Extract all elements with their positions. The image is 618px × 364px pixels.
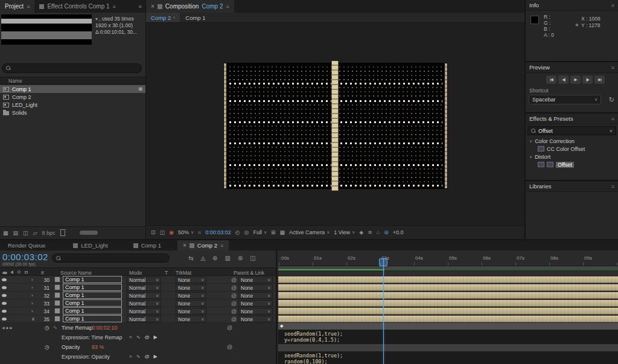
parent-pickwhip-icon[interactable]: @: [231, 316, 237, 322]
snapshot-icon[interactable]: ◴: [235, 229, 240, 235]
reset-icon[interactable]: ↻: [609, 96, 614, 104]
column-source-name[interactable]: Source Name: [60, 270, 92, 276]
current-timecode[interactable]: 0:00:03:02: [2, 252, 48, 262]
project-item[interactable]: Comp 2: [0, 93, 145, 101]
layer-parent-dropdown[interactable]: None∨: [238, 276, 273, 283]
bit-depth-label[interactable]: 8 bpc: [42, 230, 55, 236]
exposure-value[interactable]: +0.0: [393, 229, 404, 235]
transparency-grid-icon[interactable]: ▩: [280, 229, 285, 235]
zoom-dropdown[interactable]: 50%∨: [178, 229, 194, 235]
timeline-layer-row[interactable]: › 30 Comp 1 Normal∨ None∨ @ None∨: [0, 276, 276, 284]
layer-visibility-eye-icon[interactable]: [2, 310, 7, 313]
time-ruler[interactable]: :00s01s02s03s04s05s06s07s08s09s10s: [278, 251, 618, 266]
expression-enable-icon[interactable]: =: [129, 354, 132, 359]
pixel-aspect-icon[interactable]: ◈: [359, 229, 363, 235]
tab-led-light[interactable]: LED_Light: [68, 240, 113, 251]
tab-project[interactable]: Project ≡: [0, 0, 34, 13]
libraries-panel-header[interactable]: Libraries ≡: [526, 181, 618, 192]
expression-opacity-row[interactable]: Expression: Opacity = ∿ @ ▶: [0, 352, 276, 362]
layer-mode-dropdown[interactable]: Normal∨: [127, 276, 161, 283]
parent-pickwhip-icon[interactable]: @: [231, 293, 237, 299]
layer-source-name[interactable]: Comp 1: [63, 299, 122, 307]
panel-menu-icon[interactable]: ≡: [611, 116, 614, 122]
project-item[interactable]: LED_Light: [0, 101, 145, 109]
layer-source-name[interactable]: Comp 1: [63, 292, 122, 299]
opacity-property-row[interactable]: ◷ Opacity 83 % @: [0, 342, 276, 352]
layer-visibility-eye-icon[interactable]: [2, 286, 7, 289]
column-mode[interactable]: Mode: [129, 270, 142, 276]
layer-mode-dropdown[interactable]: Normal∨: [127, 300, 161, 307]
effects-panel-header[interactable]: Effects & Presets ≡: [526, 113, 618, 124]
layer-parent-dropdown[interactable]: None∨: [238, 300, 273, 307]
layer-twirl-icon[interactable]: ∨: [31, 316, 35, 322]
keyframe-navigator-icon[interactable]: ◀◆▶: [2, 325, 14, 330]
motion-blur-icon[interactable]: ⊛: [238, 255, 243, 261]
project-list-header[interactable]: Name: [0, 77, 145, 85]
next-frame-button[interactable]: |▶: [582, 75, 593, 84]
chevron-down-icon[interactable]: ∨: [529, 155, 532, 159]
tab-comp-1[interactable]: Comp 1: [128, 240, 167, 251]
tab-render-queue[interactable]: Render Queue: [2, 240, 51, 251]
draft-3d-icon[interactable]: ◬: [200, 255, 205, 261]
layer-twirl-icon[interactable]: ›: [31, 293, 33, 298]
layer-visibility-eye-icon[interactable]: [2, 278, 7, 281]
expression-language-menu-icon[interactable]: ▶: [154, 334, 158, 340]
audio-column-icon[interactable]: [10, 270, 13, 274]
layer-color-swatch[interactable]: [54, 284, 60, 290]
tab-composition[interactable]: × Composition Comp 2 ≡: [146, 0, 234, 13]
effects-search-input[interactable]: Offset ×: [527, 126, 616, 135]
thumbnail-view-icon[interactable]: ▦: [3, 230, 8, 236]
timeline-layer-row[interactable]: › 31 Comp 1 Normal∨ None∨ @ None∨: [0, 284, 276, 292]
tab-overflow-chevron[interactable]: »: [135, 3, 145, 10]
pickwhip-icon[interactable]: @: [227, 325, 232, 331]
parent-pickwhip-icon[interactable]: @: [231, 285, 237, 291]
camera-dropdown[interactable]: Active Camera∨: [289, 229, 330, 235]
dual-view-icon[interactable]: ◫: [160, 229, 165, 235]
info-panel-header[interactable]: Info ≡: [526, 0, 618, 11]
layer-color-swatch[interactable]: [54, 308, 60, 314]
stopwatch-icon[interactable]: ◷: [45, 325, 49, 331]
current-time-button[interactable]: 0:00:03:02: [205, 229, 231, 235]
region-of-interest-icon[interactable]: ⊞: [271, 229, 276, 235]
previous-frame-button[interactable]: ◀|: [558, 75, 569, 84]
effect-item-row[interactable]: Offset: [526, 161, 618, 168]
layer-source-name[interactable]: Comp 1: [63, 284, 122, 291]
close-icon[interactable]: ×: [183, 242, 186, 249]
preview-panel-header[interactable]: Preview ≡: [526, 62, 618, 73]
tab-effect-controls[interactable]: Effect Controls Comp 1 ≡: [34, 0, 120, 13]
layer-twirl-icon[interactable]: ›: [31, 277, 33, 283]
tab-comp-2[interactable]: × Comp 2 ≡: [177, 240, 229, 251]
chevron-down-icon[interactable]: ∨: [529, 139, 532, 144]
resolution-dropdown[interactable]: Full∨: [253, 229, 267, 235]
layer-parent-dropdown[interactable]: None∨: [238, 284, 273, 291]
show-snapshot-icon[interactable]: ◎: [244, 229, 249, 235]
timeline-layer-row[interactable]: › 32 Comp 1 Normal∨ None∨ @ None∨: [0, 292, 276, 299]
layer-visibility-eye-icon[interactable]: [2, 294, 7, 297]
time-remap-value[interactable]: 0:00:02:10: [92, 325, 118, 331]
time-remap-property-row[interactable]: ◀◆▶ ◷ ∿ Time Remap 0:00:02:10 @: [0, 323, 276, 333]
shortcut-dropdown[interactable]: Spacebar ∨: [529, 95, 601, 104]
interpret-footage-icon[interactable]: ◫: [23, 230, 28, 236]
effect-category-row[interactable]: ∨ Color Correction: [526, 137, 618, 145]
keyframe-diamond-icon[interactable]: ◆: [280, 324, 283, 328]
parent-pickwhip-icon[interactable]: @: [231, 308, 237, 315]
preview-monitor-icon[interactable]: ⊡: [151, 229, 156, 235]
composition-viewer[interactable]: [146, 23, 524, 225]
column-parent-link[interactable]: Parent & Link: [234, 270, 264, 276]
layer-trkmat-dropdown[interactable]: None∨: [176, 300, 206, 307]
project-item[interactable]: Solids: [0, 109, 145, 117]
graph-editor-icon[interactable]: ◫: [250, 255, 255, 261]
timeline-layer-bar[interactable]: [278, 299, 618, 307]
project-search-input[interactable]: [2, 63, 142, 73]
expression-language-menu-icon[interactable]: ▶: [154, 354, 158, 359]
layer-visibility-eye-icon[interactable]: [2, 318, 7, 321]
layer-source-name[interactable]: Comp 1: [63, 307, 122, 315]
layer-visibility-eye-icon[interactable]: [2, 302, 7, 305]
eye-column-icon[interactable]: [2, 272, 7, 274]
expression-graph-icon[interactable]: ∿: [136, 334, 141, 340]
timeline-layer-bar[interactable]: [278, 284, 618, 292]
panel-menu-icon[interactable]: ≡: [27, 4, 30, 10]
panel-menu-icon[interactable]: ≡: [611, 184, 614, 190]
layer-mode-dropdown[interactable]: Normal∨: [127, 284, 161, 291]
opacity-track[interactable]: [278, 344, 618, 351]
